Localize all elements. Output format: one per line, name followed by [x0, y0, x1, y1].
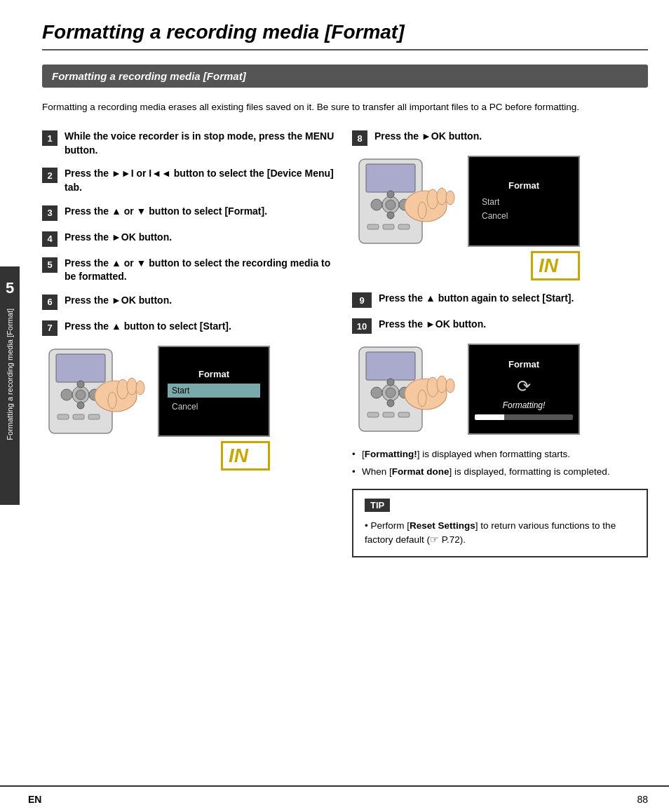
- svg-rect-1: [56, 354, 105, 382]
- tip-box: TIP • Perform [Reset Settings] to return…: [352, 489, 648, 557]
- formatting-screen-title: Format: [508, 359, 539, 370]
- step-number-5: 5: [42, 257, 58, 273]
- formatting-label: Formatting!: [503, 400, 546, 410]
- screen-image-right-10: Format ⟳ Formatting!: [468, 344, 580, 437]
- section-header: Formatting a recording media [Format]: [42, 65, 648, 88]
- svg-rect-40: [367, 412, 379, 417]
- tip-header: TIP: [365, 499, 390, 512]
- screen-start-r8: Start: [478, 195, 570, 209]
- svg-point-15: [108, 392, 116, 409]
- svg-point-36: [386, 388, 396, 398]
- step7-images: Format Start Cancel IN: [42, 346, 338, 471]
- svg-point-22: [387, 191, 394, 198]
- step-text-2: Press the ►►I or I◄◄ button to select th…: [65, 167, 338, 194]
- step-text-4: Press the ►OK button.: [65, 231, 172, 245]
- step-number-4: 4: [42, 231, 58, 247]
- step-text-8: Press the ►OK button.: [374, 130, 482, 144]
- progress-bar: [475, 414, 573, 420]
- svg-point-45: [437, 376, 447, 393]
- screen-start-left: Start: [168, 384, 260, 398]
- left-column: 1 While the voice recorder is in stop mo…: [42, 130, 338, 557]
- chapter-number: 5: [6, 279, 14, 297]
- in-badge-left: IN: [221, 441, 270, 471]
- svg-point-18: [371, 199, 382, 210]
- svg-point-23: [387, 212, 394, 219]
- note-item-1: [Formatting!] is displayed when formatti…: [352, 448, 648, 461]
- two-column-layout: 1 While the voice recorder is in stop mo…: [42, 130, 648, 557]
- step-text-6: Press the ►OK button.: [65, 294, 172, 308]
- svg-point-34: [371, 387, 382, 398]
- step-number-2: 2: [42, 168, 58, 183]
- screen-title-left: Format: [168, 369, 260, 379]
- svg-point-4: [76, 390, 86, 400]
- step-number-9: 9: [352, 292, 372, 308]
- svg-rect-9: [73, 414, 84, 419]
- svg-point-12: [117, 379, 128, 399]
- svg-point-46: [446, 379, 454, 393]
- step-10: 10 Press the ►OK button.: [352, 318, 648, 334]
- svg-point-39: [387, 400, 394, 407]
- svg-point-44: [427, 377, 438, 397]
- device-image-right-8: [352, 156, 461, 280]
- step-text-7: Press the ▲ button to select [Start].: [65, 320, 231, 334]
- svg-rect-8: [58, 414, 69, 419]
- step-4: 4 Press the ►OK button.: [42, 231, 338, 247]
- svg-point-29: [437, 188, 447, 205]
- svg-rect-17: [366, 164, 415, 192]
- progress-fill: [475, 414, 504, 420]
- in-badge-right-8: IN: [531, 251, 580, 280]
- step-9: 9 Press the ▲ button again to select [St…: [352, 292, 648, 308]
- step-text-1: While the voice recorder is in stop mode…: [65, 130, 338, 157]
- svg-point-31: [418, 202, 426, 219]
- spinner-icon: ⟳: [517, 377, 531, 396]
- step-number-6: 6: [42, 295, 58, 310]
- screen-image-left: Format Start Cancel IN: [158, 346, 270, 471]
- svg-point-47: [418, 390, 426, 407]
- intro-text: Formatting a recording media erases all …: [42, 100, 648, 114]
- page-title: Formatting a recording media [Format]: [42, 21, 648, 50]
- svg-point-7: [77, 402, 84, 409]
- svg-rect-24: [367, 224, 379, 229]
- chapter-label: Formatting a recording media [Format]: [6, 309, 14, 440]
- step-text-9: Press the ▲ button again to select [Star…: [379, 292, 574, 306]
- svg-point-6: [77, 381, 84, 388]
- screen-cancel-r8: Cancel: [478, 209, 570, 223]
- step-text-5: Press the ▲ or ▼ button to select the re…: [65, 257, 338, 284]
- svg-point-13: [127, 378, 137, 395]
- svg-rect-41: [383, 412, 394, 417]
- page-number: 88: [637, 794, 648, 805]
- svg-rect-25: [383, 224, 394, 229]
- step10-images: Format ⟳ Formatting!: [352, 344, 648, 437]
- screen-cancel-left: Cancel: [168, 400, 260, 414]
- screen-image-right-8: Format Start Cancel IN: [468, 156, 580, 280]
- main-content: Formatting a recording media [Format] Fo…: [28, 0, 669, 578]
- step8-images: Format Start Cancel IN: [352, 156, 648, 280]
- step-3: 3 Press the ▲ or ▼ button to select [For…: [42, 205, 338, 221]
- notes-list: [Formatting!] is displayed when formatti…: [352, 448, 648, 479]
- svg-rect-42: [398, 412, 410, 417]
- step-text-3: Press the ▲ or ▼ button to select [Forma…: [65, 205, 267, 219]
- svg-point-20: [386, 200, 396, 210]
- note-item-2: When [Format done] is displayed, formatt…: [352, 466, 648, 479]
- step-text-10: Press the ►OK button.: [379, 318, 486, 332]
- svg-point-14: [136, 381, 144, 395]
- step-number-10: 10: [352, 318, 372, 334]
- svg-rect-26: [398, 224, 410, 229]
- tip-content: • Perform [Reset Settings] to return var…: [365, 519, 635, 548]
- svg-point-28: [427, 189, 438, 209]
- device-image-right-10: [352, 344, 461, 437]
- step-number-8: 8: [352, 130, 367, 146]
- screen-title-r8: Format: [478, 180, 570, 191]
- svg-point-38: [387, 379, 394, 386]
- step-8: 8 Press the ►OK button.: [352, 130, 648, 146]
- step-number-7: 7: [42, 320, 58, 336]
- svg-point-30: [446, 191, 454, 205]
- right-column: 8 Press the ►OK button.: [352, 130, 648, 557]
- step-1: 1 While the voice recorder is in stop mo…: [42, 130, 338, 157]
- bottom-bar: EN 88: [0, 785, 669, 812]
- step-6: 6 Press the ►OK button.: [42, 294, 338, 310]
- step-number-1: 1: [42, 130, 58, 146]
- chapter-tab: 5 Formatting a recording media [Format]: [0, 266, 20, 505]
- svg-point-2: [61, 389, 72, 400]
- svg-rect-33: [366, 352, 415, 380]
